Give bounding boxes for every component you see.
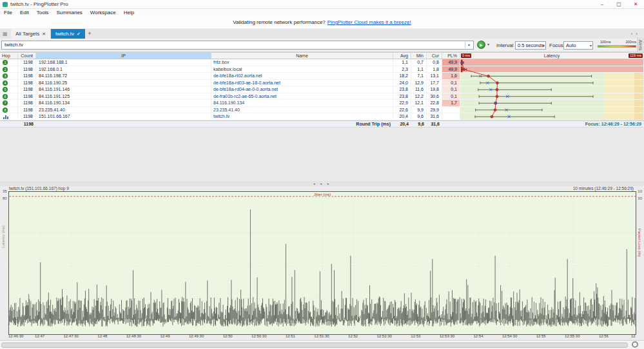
time-tick-label: 12:49:30 — [189, 334, 204, 338]
legend-100ms-label: 100ms — [600, 40, 611, 44]
banner-text: Validating remote network performance? — [233, 19, 325, 25]
horizontal-scrollbar[interactable] — [0, 340, 644, 349]
name-cell: de-bfe18a-rt02.aorta.net — [211, 73, 393, 79]
tab-close-icon[interactable]: ✕ — [42, 29, 46, 39]
summary-avg: 20,4 — [393, 121, 411, 127]
interval-select[interactable]: 0.5 seconds ▾ — [515, 41, 546, 50]
menu-item-tools[interactable]: Tools — [33, 9, 53, 16]
ip-cell: 192.168.0.1 — [36, 66, 211, 73]
workspace-grid-icon[interactable]: ▦ — [3, 31, 9, 37]
name-cell: de-bfe18a-rd04-ae-0-0.aorta.net — [211, 86, 393, 93]
alerts-label: Alerts — [638, 40, 643, 51]
target-input[interactable]: twitch.tv ▾ — [1, 41, 474, 50]
hop-cell — [0, 113, 18, 120]
table-row[interactable]: 1198151.101.66.167twitch.tv20,49,631,6 — [0, 113, 644, 120]
focus-select[interactable]: Auto ▾ — [563, 41, 593, 50]
menu-item-help[interactable]: Help — [120, 9, 138, 16]
table-row[interactable]: 3119884.116.198.72de-bfe18a-rt02.aorta.n… — [0, 73, 644, 80]
column-header-avg[interactable]: Avg — [393, 53, 411, 59]
count-cell: 1198 — [18, 80, 36, 86]
avg-cell: 22,9 — [393, 100, 411, 106]
maximize-button[interactable]: ▢ — [610, 0, 627, 9]
start-trace-button[interactable]: ▶ — [477, 41, 485, 49]
cur-cell: 30,6 — [427, 93, 442, 100]
tab-scroll-left-icon[interactable]: ‹ — [631, 29, 633, 39]
trace-options-dropdown-icon[interactable]: ▾ — [487, 42, 489, 46]
ip-cell: 84.116.191.146 — [36, 86, 211, 93]
minimize-button[interactable]: – — [594, 0, 610, 9]
column-header-latency[interactable]: 0 ms Latency 119 ms — [460, 53, 644, 59]
trace-toolbar: twitch.tv ▾ ▶ ▾ Interval 0.5 seconds ▾ F… — [0, 39, 644, 52]
summary-count: 1198 — [18, 121, 36, 127]
time-tick-label: 12:48 — [97, 334, 107, 338]
latency-timeline-graph[interactable]: Jitter (ms) — [8, 191, 636, 335]
cur-cell: 19,8 — [427, 86, 442, 93]
time-tick-label: 12:53 — [411, 334, 420, 338]
table-row[interactable]: 6119884.116.191.125de-fra01b-rc2-ae-65-0… — [0, 93, 644, 100]
menu-item-edit[interactable]: Edit — [16, 9, 33, 16]
scrollbar-knob[interactable] — [632, 341, 638, 348]
column-header-min[interactable]: Min — [411, 53, 427, 59]
tab-twitch-tv[interactable]: twitch.tv ✔ — [51, 29, 85, 39]
table-row[interactable]: 11198192.168.188.1fritz.box1,10,70,849,9 — [0, 59, 644, 66]
avg-cell: 18,2 — [393, 73, 411, 79]
avg-cell: 20,4 — [393, 113, 411, 120]
hop-cell: 4 — [0, 80, 18, 86]
count-cell: 1198 — [18, 100, 36, 106]
table-row[interactable]: 7119884.116.190.13484.116.190.13422,912,… — [0, 100, 644, 107]
ip-cell: 84.116.190.134 — [36, 100, 211, 106]
table-row[interactable]: 4119884.116.190.25de-bfe18a-rd03-ae-18-0… — [0, 80, 644, 87]
target-dropdown-icon[interactable]: ▾ — [465, 42, 473, 48]
empty-area — [0, 128, 644, 181]
column-header-count[interactable]: Count — [18, 53, 36, 59]
table-row[interactable]: 8119823.235.41.4023.235.41.4022,69,929,9 — [0, 107, 644, 114]
count-cell: 1198 — [18, 66, 36, 73]
ip-cell: 84.116.198.72 — [36, 73, 211, 79]
menu-item-file[interactable]: File — [0, 9, 16, 16]
name-cell: 23.235.41.40 — [211, 107, 393, 113]
menu-item-workspace[interactable]: Workspace — [86, 9, 120, 16]
packet-loss-cell: 0,1 — [442, 93, 460, 100]
hop-cell: 6 — [0, 93, 18, 100]
interval-value: 0.5 seconds — [518, 42, 543, 48]
time-tick-label: 12:51 — [286, 334, 295, 338]
tab-all-targets[interactable]: All Targets ✕ — [11, 29, 51, 39]
latency-scale-min: 0 ms — [461, 53, 471, 58]
packet-loss-cell — [442, 107, 460, 113]
tab-label: All Targets — [15, 29, 39, 39]
close-button[interactable]: ✕ — [627, 0, 644, 9]
spacer — [442, 121, 460, 127]
scrollbar-thumb[interactable] — [1, 343, 628, 348]
hop-number-badge: 5 — [3, 87, 8, 92]
focus-label: Focus — [549, 39, 563, 52]
pane-splitter[interactable]: ● ● ● — [0, 181, 644, 186]
latency-scale-max: 119 ms — [629, 53, 643, 58]
column-header-pl[interactable]: PL% — [442, 53, 460, 59]
column-header-name[interactable]: Name — [211, 53, 393, 59]
column-header-cur[interactable]: Cur — [427, 53, 442, 59]
time-tick-label: 12 — [631, 334, 636, 338]
round-trip-summary-row[interactable]: 1198 Round Trip (ms) 20,4 9,6 31,6 Focus… — [0, 120, 644, 127]
packet-loss-cell: 49,9 — [442, 66, 460, 73]
cur-cell: 31,6 — [427, 113, 442, 120]
table-row[interactable]: 5119884.116.191.146de-bfe18a-rd04-ae-0-0… — [0, 86, 644, 93]
banner-link[interactable]: PingPlotter Cloud makes it a breeze! — [327, 19, 411, 25]
hop-number-badge: 6 — [3, 94, 8, 99]
column-header-hop[interactable]: Hop — [0, 53, 18, 59]
summary-label: Round Trip (ms) — [211, 121, 393, 127]
min-cell: 9,6 — [411, 113, 427, 120]
avg-cell: 22,6 — [393, 107, 411, 113]
time-tick-label: 12:52:30 — [377, 334, 392, 338]
min-cell: 12,9 — [411, 80, 427, 86]
trace-table-body: 11198192.168.188.1fritz.box1,10,70,849,9… — [0, 59, 644, 120]
table-row[interactable]: 21198192.168.0.1kabelbox.local2,31,11,84… — [0, 66, 644, 73]
time-tick-label: 12:53:30 — [440, 334, 454, 338]
packet-loss-cell: 0,1 — [442, 80, 460, 86]
menu-item-summaries[interactable]: Summaries — [52, 9, 86, 16]
hop-number-badge: 8 — [3, 108, 8, 113]
target-value: twitch.tv — [5, 42, 23, 48]
new-tab-button[interactable]: + — [85, 29, 94, 39]
avg-cell: 24,0 — [393, 80, 411, 86]
spacer — [36, 121, 211, 127]
column-header-ip[interactable]: IP — [36, 53, 211, 59]
